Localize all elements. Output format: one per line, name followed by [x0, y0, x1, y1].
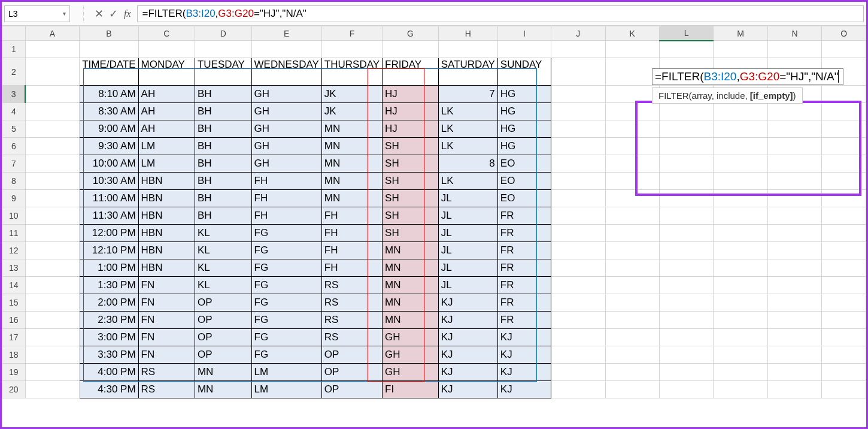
cell-I18[interactable]: KJ: [497, 346, 551, 364]
cell-C8[interactable]: HBN: [138, 173, 195, 190]
cell-B18[interactable]: 3:30 PM: [80, 346, 138, 364]
cell-H4[interactable]: LK: [438, 103, 497, 120]
cell-C4[interactable]: AH: [138, 103, 195, 120]
row-header-7[interactable]: 7: [2, 155, 26, 173]
cell-C7[interactable]: LM: [138, 155, 195, 173]
cell-L19[interactable]: [659, 364, 713, 381]
row-header-4[interactable]: 4: [2, 103, 26, 120]
cell-M12[interactable]: [714, 242, 768, 259]
cell-I10[interactable]: FR: [497, 207, 551, 225]
cell-D17[interactable]: OP: [195, 329, 251, 346]
row-header-19[interactable]: 19: [2, 364, 26, 381]
cell-K1[interactable]: [605, 41, 659, 58]
cell-O17[interactable]: [822, 329, 866, 346]
cell-H19[interactable]: KJ: [438, 364, 497, 381]
cell-J8[interactable]: [551, 173, 605, 190]
cell-N9[interactable]: [767, 190, 821, 207]
cell-F15[interactable]: RS: [321, 294, 382, 312]
cell-H5[interactable]: LK: [438, 120, 497, 138]
cell-B16[interactable]: 2:30 PM: [80, 312, 138, 329]
cell-E14[interactable]: FG: [251, 277, 321, 294]
cell-E11[interactable]: FG: [251, 225, 321, 242]
cell-B14[interactable]: 1:30 PM: [80, 277, 138, 294]
cell-A2[interactable]: [25, 58, 79, 86]
cell-D3[interactable]: BH: [195, 86, 251, 103]
col-header-G[interactable]: G: [383, 26, 439, 41]
cell-C15[interactable]: FN: [138, 294, 195, 312]
cell-J16[interactable]: [551, 312, 605, 329]
cell-F19[interactable]: OP: [321, 364, 382, 381]
cell-N16[interactable]: [767, 312, 821, 329]
cell-D8[interactable]: BH: [195, 173, 251, 190]
cell-C19[interactable]: RS: [138, 364, 195, 381]
tooltip-a2[interactable]: include: [717, 90, 745, 101]
cell-F16[interactable]: RS: [321, 312, 382, 329]
cell-L12[interactable]: [659, 242, 713, 259]
row-header-20[interactable]: 20: [2, 381, 26, 398]
cell-A14[interactable]: [25, 277, 79, 294]
cell-O13[interactable]: [822, 259, 866, 277]
cell-F13[interactable]: FH: [321, 259, 382, 277]
cell-A20[interactable]: [25, 381, 79, 398]
cell-L1[interactable]: [659, 41, 713, 58]
cell-L18[interactable]: [659, 346, 713, 364]
cell-C16[interactable]: FN: [138, 312, 195, 329]
cell-D11[interactable]: KL: [195, 225, 251, 242]
cell-O16[interactable]: [822, 312, 866, 329]
cell-N14[interactable]: [767, 277, 821, 294]
cell-L15[interactable]: [659, 294, 713, 312]
cell-B2[interactable]: TIME/DATE: [80, 58, 138, 86]
cell-O18[interactable]: [822, 346, 866, 364]
cell-H3[interactable]: 7: [438, 86, 497, 103]
cell-C6[interactable]: LM: [138, 138, 195, 155]
tooltip-a1[interactable]: array: [692, 90, 712, 101]
cell-A11[interactable]: [25, 225, 79, 242]
cell-D20[interactable]: MN: [195, 381, 251, 398]
cell-H2[interactable]: SATURDAY: [438, 58, 497, 86]
cell-L20[interactable]: [659, 381, 713, 398]
cell-B20[interactable]: 4:30 PM: [80, 381, 138, 398]
cell-D4[interactable]: BH: [195, 103, 251, 120]
cell-K19[interactable]: [605, 364, 659, 381]
cell-N1[interactable]: [767, 41, 821, 58]
cell-B3[interactable]: 8:10 AM: [80, 86, 138, 103]
cell-N19[interactable]: [767, 364, 821, 381]
cell-M15[interactable]: [714, 294, 768, 312]
cell-J18[interactable]: [551, 346, 605, 364]
select-all-corner[interactable]: [2, 26, 26, 41]
cell-D10[interactable]: BH: [195, 207, 251, 225]
name-box-dropdown-icon[interactable]: ▾: [63, 10, 66, 17]
cell-M20[interactable]: [714, 381, 768, 398]
cell-E9[interactable]: FH: [251, 190, 321, 207]
cell-E10[interactable]: FH: [251, 207, 321, 225]
cell-B12[interactable]: 12:10 PM: [80, 242, 138, 259]
cell-E19[interactable]: LM: [251, 364, 321, 381]
cell-J3[interactable]: [551, 86, 605, 103]
cell-H1[interactable]: [438, 41, 497, 58]
cell-J2[interactable]: [551, 58, 605, 86]
cell-I12[interactable]: FR: [497, 242, 551, 259]
cell-K7[interactable]: [605, 155, 659, 173]
cell-M5[interactable]: [714, 120, 768, 138]
cell-B19[interactable]: 4:00 PM: [80, 364, 138, 381]
cell-K18[interactable]: [605, 346, 659, 364]
cell-K10[interactable]: [605, 207, 659, 225]
row-header-17[interactable]: 17: [2, 329, 26, 346]
cell-L10[interactable]: [659, 207, 713, 225]
cell-N12[interactable]: [767, 242, 821, 259]
col-header-I[interactable]: I: [497, 26, 551, 41]
cell-I1[interactable]: [497, 41, 551, 58]
cell-B6[interactable]: 9:30 AM: [80, 138, 138, 155]
cell-G2[interactable]: FRIDAY: [383, 58, 439, 86]
name-box[interactable]: L3 ▾: [4, 5, 70, 22]
cell-M8[interactable]: [714, 173, 768, 190]
cell-B9[interactable]: 11:00 AM: [80, 190, 138, 207]
cell-C12[interactable]: HBN: [138, 242, 195, 259]
cell-N13[interactable]: [767, 259, 821, 277]
cell-M18[interactable]: [714, 346, 768, 364]
cell-M6[interactable]: [714, 138, 768, 155]
cell-F9[interactable]: MN: [321, 190, 382, 207]
cell-A15[interactable]: [25, 294, 79, 312]
cell-G20[interactable]: FI: [383, 381, 439, 398]
cell-M11[interactable]: [714, 225, 768, 242]
